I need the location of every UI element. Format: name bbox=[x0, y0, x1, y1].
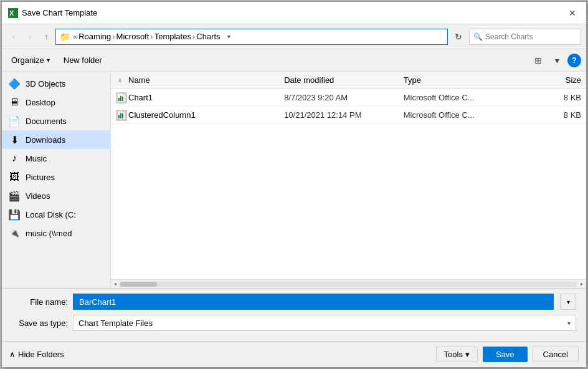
svg-rect-3 bbox=[118, 98, 120, 101]
horizontal-scrollbar[interactable]: ◂ ▸ bbox=[111, 279, 586, 288]
excel-icon: X bbox=[8, 8, 18, 18]
breadcrumb-charts[interactable]: Charts bbox=[196, 32, 220, 41]
hide-folders-button[interactable]: ∧ Hide Folders bbox=[9, 350, 64, 359]
chart-file-icon bbox=[116, 92, 127, 103]
file-type-chart1: Microsoft Office C... bbox=[399, 93, 518, 102]
svg-rect-4 bbox=[120, 96, 121, 101]
file-date-chart1: 8/7/2023 9:20 AM bbox=[279, 93, 399, 102]
save-as-type-row: Save as type: Chart Template Files ▾ bbox=[12, 315, 576, 331]
documents-icon: 📄 bbox=[8, 115, 21, 127]
close-button[interactable]: ✕ bbox=[565, 6, 580, 21]
search-icon: 🔍 bbox=[473, 32, 483, 41]
sidebar-item-downloads[interactable]: ⬇ Downloads bbox=[2, 130, 110, 149]
table-row[interactable]: ClusteredColumn1 10/21/2021 12:14 PM Mic… bbox=[111, 107, 586, 124]
view-dropdown-icon: ▾ bbox=[555, 55, 559, 65]
back-button[interactable]: ‹ bbox=[7, 30, 21, 44]
local-disk-icon: 💾 bbox=[8, 208, 21, 221]
col-header-type[interactable]: Type bbox=[399, 75, 518, 85]
new-folder-button[interactable]: New folder bbox=[59, 53, 107, 67]
toolbar-right: ⊞ ▾ ? bbox=[530, 52, 581, 69]
address-folder-icon: 📁 bbox=[60, 32, 70, 42]
sidebar-label-documents: Documents bbox=[26, 117, 67, 126]
sidebar-item-pictures[interactable]: 🖼 Pictures bbox=[2, 168, 110, 186]
view-dropdown-button[interactable]: ▾ bbox=[549, 52, 565, 69]
scroll-thumb[interactable] bbox=[120, 282, 157, 287]
table-row[interactable]: Chart1 8/7/2023 9:20 AM Microsoft Office… bbox=[111, 89, 586, 107]
file-area: ∧ Name Date modified Type Size bbox=[111, 72, 586, 288]
organize-button[interactable]: Organize ▾ bbox=[7, 53, 54, 67]
view-icon: ⊞ bbox=[534, 55, 542, 65]
sidebar-label-videos: Videos bbox=[26, 191, 50, 201]
pictures-icon: 🖼 bbox=[8, 171, 21, 183]
sidebar-item-3d-objects[interactable]: 🔷 3D Objects bbox=[2, 74, 110, 93]
save-as-type-label: Save as type: bbox=[12, 319, 68, 328]
3d-objects-icon: 🔷 bbox=[8, 77, 21, 90]
sidebar-item-music[interactable]: ♪ Music bbox=[2, 149, 110, 168]
sidebar-item-desktop[interactable]: 🖥 Desktop bbox=[2, 93, 110, 112]
sidebar-item-local-disk[interactable]: 💾 Local Disk (C: bbox=[2, 205, 110, 224]
file-name-chart1: Chart1 bbox=[123, 93, 279, 102]
cancel-button[interactable]: Cancel bbox=[533, 347, 579, 362]
sidebar-item-videos[interactable]: 🎬 Videos bbox=[2, 186, 110, 205]
sort-indicator: ∧ bbox=[111, 77, 123, 84]
scroll-track bbox=[120, 282, 577, 287]
sidebar-label-3d-objects: 3D Objects bbox=[26, 79, 65, 89]
sidebar-item-music-network[interactable]: 🔌 music (\\med bbox=[2, 224, 110, 242]
svg-rect-5 bbox=[122, 97, 123, 101]
chart-file-icon-2 bbox=[116, 110, 127, 121]
file-name-label: File name: bbox=[12, 297, 68, 307]
tools-label: Tools bbox=[444, 350, 463, 359]
col-header-name[interactable]: Name bbox=[123, 75, 279, 85]
up-button[interactable]: ↑ bbox=[39, 30, 53, 44]
help-button[interactable]: ? bbox=[567, 54, 581, 67]
address-bar[interactable]: 📁 « Roaming › Microsoft › Templates › Ch… bbox=[55, 29, 448, 45]
file-name-input-wrapper[interactable] bbox=[73, 294, 554, 310]
search-input[interactable] bbox=[485, 32, 577, 41]
footer-right: Tools ▾ Save Cancel bbox=[436, 347, 579, 362]
tools-arrow-icon: ▾ bbox=[465, 350, 470, 359]
scroll-left-button[interactable]: ◂ bbox=[111, 280, 120, 289]
column-header: ∧ Name Date modified Type Size bbox=[111, 72, 586, 89]
breadcrumb-roaming[interactable]: Roaming bbox=[78, 32, 111, 41]
sidebar-item-documents[interactable]: 📄 Documents bbox=[2, 112, 110, 130]
save-as-type-value: Chart Template Files bbox=[78, 319, 153, 328]
file-icon-chart1 bbox=[111, 92, 123, 103]
breadcrumb: « Roaming › Microsoft › Templates › Char… bbox=[73, 32, 220, 41]
svg-text:X: X bbox=[9, 9, 14, 17]
svg-rect-8 bbox=[120, 113, 121, 118]
sidebar: 🔷 3D Objects 🖥 Desktop 📄 Documents ⬇ Dow… bbox=[2, 72, 111, 288]
save-as-type-dropdown[interactable]: Chart Template Files ▾ bbox=[73, 315, 576, 331]
file-type-clustered: Microsoft Office C... bbox=[399, 110, 518, 120]
title-bar: X Save Chart Template ✕ bbox=[2, 2, 586, 24]
file-icon-clustered bbox=[111, 110, 123, 121]
file-size-clustered: 8 KB bbox=[518, 110, 586, 120]
tools-button[interactable]: Tools ▾ bbox=[436, 347, 478, 362]
breadcrumb-templates[interactable]: Templates bbox=[154, 32, 191, 41]
refresh-button[interactable]: ↻ bbox=[450, 29, 467, 45]
hide-folders-label: Hide Folders bbox=[18, 350, 64, 359]
organize-arrow-icon: ▾ bbox=[47, 57, 50, 64]
save-button[interactable]: Save bbox=[483, 347, 528, 362]
scroll-right-button[interactable]: ▸ bbox=[577, 280, 586, 289]
file-size-chart1: 8 KB bbox=[518, 93, 586, 102]
desktop-icon: 🖥 bbox=[8, 96, 21, 108]
search-box[interactable]: 🔍 bbox=[469, 29, 581, 45]
sidebar-label-pictures: Pictures bbox=[26, 173, 55, 182]
col-header-date[interactable]: Date modified bbox=[279, 75, 399, 85]
forward-button[interactable]: › bbox=[23, 30, 37, 44]
sidebar-label-music-network: music (\\med bbox=[26, 229, 72, 238]
hide-folders-icon: ∧ bbox=[9, 350, 16, 359]
sidebar-label-desktop: Desktop bbox=[26, 98, 55, 107]
address-dropdown-button[interactable]: ▾ bbox=[223, 29, 235, 44]
breadcrumb-microsoft[interactable]: Microsoft bbox=[116, 32, 149, 41]
save-chart-template-dialog: X Save Chart Template ✕ ‹ › ↑ 📁 « Roamin… bbox=[1, 1, 587, 368]
file-name-dropdown-button[interactable]: ▾ bbox=[560, 294, 576, 310]
videos-icon: 🎬 bbox=[8, 189, 21, 202]
file-list: Chart1 8/7/2023 9:20 AM Microsoft Office… bbox=[111, 89, 586, 279]
network-icon: 🔌 bbox=[8, 227, 21, 239]
dialog-title: Save Chart Template bbox=[22, 8, 565, 17]
organize-label: Organize bbox=[11, 55, 44, 65]
file-name-input[interactable] bbox=[79, 297, 548, 307]
view-button[interactable]: ⊞ bbox=[530, 52, 546, 69]
col-header-size[interactable]: Size bbox=[518, 75, 586, 85]
